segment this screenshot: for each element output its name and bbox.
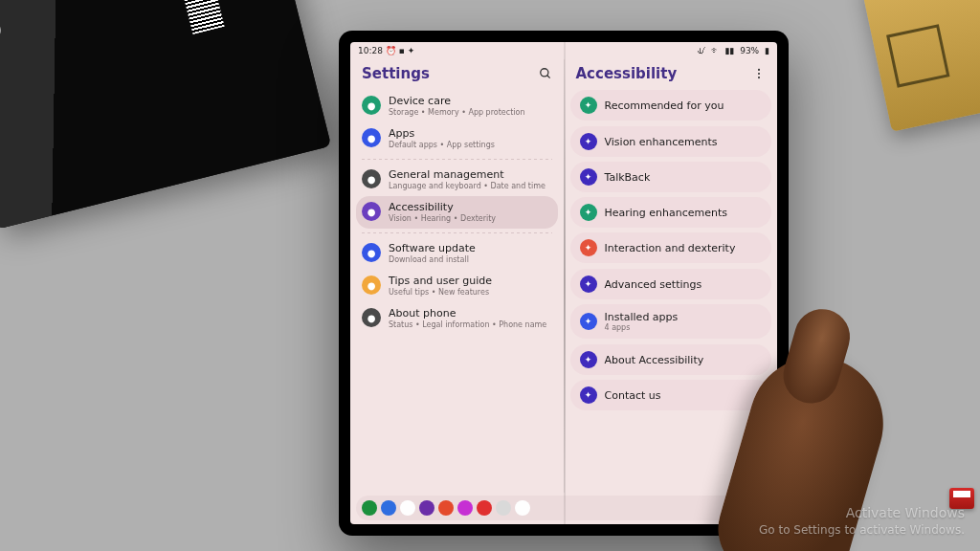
settings-row-sub: Storage • Memory • App protection bbox=[389, 108, 552, 118]
settings-row-about-phone[interactable]: ●About phoneStatus • Legal information •… bbox=[356, 302, 558, 335]
apps-icon: ● bbox=[362, 128, 381, 147]
a11y-item-title: Recommended for you bbox=[605, 99, 763, 112]
accessibility-icon: ● bbox=[362, 202, 381, 221]
settings-row-sub: Default apps • App settings bbox=[389, 141, 552, 150]
barcode bbox=[167, 0, 225, 34]
a11y-recommended-for-you[interactable]: ✦Recommended for you bbox=[570, 90, 772, 121]
settings-row-accessibility[interactable]: ●AccessibilityVision • Hearing • Dexteri… bbox=[356, 196, 558, 229]
svg-point-0 bbox=[540, 69, 547, 77]
settings-row-sub: Download and install bbox=[389, 255, 552, 265]
a11y-item-title: TalkBack bbox=[605, 171, 763, 184]
settings-row-apps[interactable]: ●AppsDefault apps • App settings bbox=[356, 122, 558, 155]
software-update-icon: ● bbox=[362, 243, 381, 262]
more-icon[interactable] bbox=[752, 67, 766, 80]
settings-row-title: Tips and user guide bbox=[389, 275, 552, 287]
contact-icon: ✦ bbox=[580, 386, 597, 404]
settings-row-title: General management bbox=[389, 168, 552, 181]
a11y-item-title: Installed apps bbox=[605, 311, 763, 323]
a11y-item-title: Contact us bbox=[605, 389, 763, 402]
about-a11y-icon: ✦ bbox=[580, 351, 597, 368]
divider bbox=[362, 159, 552, 160]
svg-point-2 bbox=[758, 69, 760, 71]
wifi-icon: ᯤ bbox=[711, 46, 720, 55]
status-bar: 10:28 ⏰ ▪ ✦ ⫝̸ ᯤ ▮▮ 93% ▮ bbox=[350, 42, 777, 59]
a11y-item-title: About Accessibility bbox=[605, 354, 763, 366]
tips-icon: ● bbox=[362, 276, 381, 295]
settings-title: Settings bbox=[362, 65, 430, 82]
a11y-about-accessibility[interactable]: ✦About Accessibility bbox=[570, 344, 772, 375]
a11y-talkback[interactable]: ✦TalkBack bbox=[570, 162, 772, 192]
settings-row-title: Software update bbox=[389, 242, 552, 254]
settings-row-sub: Useful tips • New features bbox=[389, 288, 552, 298]
watermark-title: Activate Windows bbox=[759, 504, 965, 522]
settings-row-sub: Status • Legal information • Phone name bbox=[389, 320, 552, 330]
dock-app-3[interactable] bbox=[419, 500, 434, 516]
accessibility-list: ✦Recommended for you✦Vision enhancements… bbox=[570, 90, 772, 493]
settings-row-software-update[interactable]: ●Software updateDownload and install bbox=[356, 237, 558, 270]
recommended-icon: ✦ bbox=[580, 97, 597, 114]
product-name: Galaxy Z Fold6 bbox=[0, 0, 10, 45]
product-box: Galaxy Z Fold6 bbox=[0, 0, 331, 230]
settings-list: ●Device careStorage • Memory • App prote… bbox=[356, 90, 558, 493]
settings-row-sub: Vision • Hearing • Dexterity bbox=[389, 214, 552, 224]
status-time: 10:28 bbox=[358, 46, 383, 55]
search-icon[interactable] bbox=[539, 67, 552, 80]
signal-icon: ▮▮ bbox=[724, 46, 734, 55]
a11y-hearing-enhancements[interactable]: ✦Hearing enhancements bbox=[570, 197, 772, 228]
settings-row-device-care[interactable]: ●Device careStorage • Memory • App prote… bbox=[356, 90, 558, 122]
divider bbox=[362, 232, 552, 233]
settings-row-title: Accessibility bbox=[389, 201, 552, 213]
settings-row-title: Device care bbox=[389, 95, 552, 107]
vision-icon: ✦ bbox=[580, 133, 597, 150]
dock-app-0[interactable] bbox=[362, 500, 377, 516]
svg-line-1 bbox=[546, 76, 549, 78]
settings-row-tips-and-user-guide[interactable]: ●Tips and user guideUseful tips • New fe… bbox=[356, 270, 558, 302]
a11y-item-title: Advanced settings bbox=[605, 278, 763, 291]
watermark-sub: Go to Settings to activate Windows. bbox=[759, 522, 965, 538]
interaction-icon: ✦ bbox=[580, 239, 597, 256]
settings-pane: Settings ●Device careStorage • Memory • … bbox=[350, 59, 565, 493]
phone-screen: 10:28 ⏰ ▪ ✦ ⫝̸ ᯤ ▮▮ 93% ▮ Settings bbox=[350, 42, 777, 524]
dock-app-4[interactable] bbox=[438, 500, 454, 516]
about-phone-icon: ● bbox=[362, 308, 381, 327]
nav-home-icon[interactable] bbox=[739, 501, 752, 515]
dock-app-5[interactable] bbox=[457, 500, 473, 516]
accessibility-pane: Accessibility ✦Recommended for you✦Visio… bbox=[565, 59, 778, 493]
hearing-icon: ✦ bbox=[580, 204, 597, 221]
a11y-installed-apps[interactable]: ✦Installed apps4 apps bbox=[570, 304, 772, 339]
alarm-icon: ⏰ bbox=[386, 46, 396, 55]
phone-frame: 10:28 ⏰ ▪ ✦ ⫝̸ ᯤ ▮▮ 93% ▮ Settings bbox=[339, 31, 789, 536]
settings-row-title: Apps bbox=[389, 127, 552, 140]
dock-app-8[interactable] bbox=[515, 500, 530, 516]
dock-app-7[interactable] bbox=[496, 500, 511, 516]
a11y-item-title: Vision enhancements bbox=[605, 136, 763, 148]
windows-watermark: Activate Windows Go to Settings to activ… bbox=[759, 504, 965, 538]
general-mgmt-icon: ● bbox=[362, 169, 381, 188]
advanced-icon: ✦ bbox=[580, 276, 597, 293]
a11y-advanced-settings[interactable]: ✦Advanced settings bbox=[570, 269, 772, 299]
a11y-interaction-and-dexterity[interactable]: ✦Interaction and dexterity bbox=[570, 232, 772, 263]
talkback-icon: ✦ bbox=[580, 168, 597, 186]
nav-recents-icon[interactable] bbox=[724, 503, 735, 513]
battery-icon: ▮ bbox=[765, 46, 769, 55]
a11y-item-title: Hearing enhancements bbox=[605, 207, 763, 219]
a11y-contact-us[interactable]: ✦Contact us bbox=[570, 380, 772, 410]
accessibility-title: Accessibility bbox=[576, 65, 678, 82]
a11y-vision-enhancements[interactable]: ✦Vision enhancements bbox=[570, 126, 772, 157]
dock-app-2[interactable] bbox=[400, 500, 415, 516]
dock-app-1[interactable] bbox=[381, 500, 396, 516]
nfc-icon: ⫝̸ bbox=[697, 46, 705, 55]
a11y-item-title: Interaction and dexterity bbox=[605, 242, 763, 254]
background-object bbox=[860, 0, 980, 132]
svg-point-3 bbox=[758, 73, 760, 75]
svg-point-4 bbox=[758, 77, 760, 78]
star-icon: ✦ bbox=[408, 46, 415, 55]
dock bbox=[356, 496, 771, 520]
device-care-icon: ● bbox=[362, 96, 381, 115]
android-icon: ▪ bbox=[399, 46, 405, 55]
settings-row-sub: Language and keyboard • Date and time bbox=[389, 182, 552, 191]
battery-pct: 93% bbox=[740, 46, 759, 55]
settings-row-general-management[interactable]: ●General managementLanguage and keyboard… bbox=[356, 164, 558, 196]
dock-app-6[interactable] bbox=[477, 500, 492, 516]
a11y-item-sub: 4 apps bbox=[605, 323, 763, 332]
